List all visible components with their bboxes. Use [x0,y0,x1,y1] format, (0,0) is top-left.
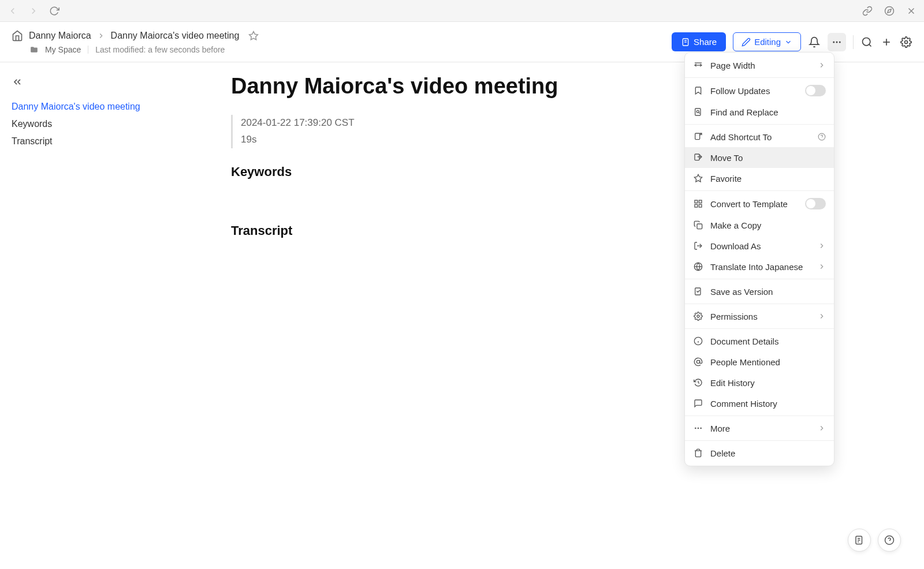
forward-icon[interactable] [28,5,39,17]
separator [685,328,834,329]
menu-download-as[interactable]: Download As [685,235,834,256]
trash-icon [693,448,703,458]
more-button[interactable] [828,33,846,51]
shortcut-icon [693,132,703,142]
svg-point-8 [833,41,834,43]
reload-icon[interactable] [49,5,60,17]
menu-label: Edit History [710,378,826,388]
toc-item[interactable]: Danny Maiorca's video meeting [12,98,196,115]
svg-rect-27 [695,200,698,203]
svg-line-12 [869,44,871,46]
menu-label: Convert to Template [710,199,798,209]
menu-add-shortcut[interactable]: Add Shortcut To [685,126,834,147]
width-icon [693,60,703,70]
toc-item[interactable]: Keywords [12,115,196,133]
home-icon[interactable] [12,30,23,42]
svg-point-9 [836,41,838,43]
separator [685,77,834,78]
svg-rect-21 [695,133,700,140]
separator [685,190,834,191]
menu-page-width[interactable]: Page Width [685,55,834,76]
separator [685,304,834,304]
menu-delete[interactable]: Delete [685,443,834,463]
back-icon[interactable] [7,5,18,17]
bell-icon[interactable] [808,36,821,48]
menu-label: Permissions [710,312,811,321]
duration: 19s [241,132,647,148]
collapse-icon[interactable] [12,76,196,88]
plus-icon[interactable] [880,36,893,48]
menu-make-copy[interactable]: Make a Copy [685,215,834,235]
menu-label: Make a Copy [710,220,826,230]
svg-point-11 [863,38,870,45]
menu-label: Find and Replace [710,107,826,117]
help-float-button[interactable] [878,529,901,552]
search-icon[interactable] [860,36,873,48]
svg-point-10 [839,41,841,43]
gear-icon[interactable] [900,36,912,48]
link-icon[interactable] [862,5,873,17]
menu-find-replace[interactable]: Find and Replace [685,102,834,122]
svg-point-19 [696,110,699,113]
compass-icon[interactable] [884,5,895,17]
float-buttons [848,529,901,552]
svg-rect-30 [699,204,702,207]
menu-more[interactable]: More [685,418,834,439]
menu-doc-details[interactable]: Document Details [685,331,834,351]
menu-follow-updates[interactable]: Follow Updates [685,80,834,102]
menu-label: People Mentioned [710,357,826,367]
toc-item[interactable]: Transcript [12,133,196,150]
star-icon[interactable] [248,31,259,41]
separator [685,279,834,279]
editing-label: Editing [754,37,781,47]
menu-save-version[interactable]: Save as Version [685,281,834,302]
breadcrumb: Danny Maiorca Danny Maiorca's video meet… [12,30,259,42]
menu-translate[interactable]: Translate Into Japanese [685,256,834,277]
svg-point-43 [700,428,702,429]
space-name[interactable]: My Space [45,45,81,54]
menu-permissions[interactable]: Permissions [685,306,834,327]
toggle-switch[interactable] [805,85,826,96]
separator [685,415,834,416]
toc-sidebar: Danny Maiorca's video meeting Keywords T… [0,62,208,569]
menu-favorite[interactable]: Favorite [685,168,834,189]
svg-rect-29 [695,204,698,207]
folder-icon [30,46,38,54]
menu-comment-history[interactable]: Comment History [685,393,834,414]
menu-label: Comment History [710,399,826,409]
chevron-right-icon [97,32,105,40]
section-keywords: Keywords [231,164,647,179]
share-button[interactable]: Share [672,32,726,51]
svg-rect-18 [695,108,701,115]
at-icon [693,357,703,367]
menu-label: Translate Into Japanese [710,262,811,272]
divider [853,35,854,49]
svg-point-40 [696,360,699,363]
menu-label: Download As [710,241,811,251]
star-icon [693,173,703,184]
menu-people-mentioned[interactable]: People Mentioned [685,351,834,372]
chevron-down-icon [784,38,792,46]
svg-marker-26 [694,174,702,182]
menu-convert-template[interactable]: Convert to Template [685,193,834,215]
close-icon[interactable] [906,5,917,17]
chevron-right-icon [818,263,826,271]
svg-point-42 [698,428,699,429]
breadcrumb-parent[interactable]: Danny Maiorca [29,31,91,41]
menu-label: Favorite [710,174,826,184]
divider [88,46,88,54]
editing-button[interactable]: Editing [733,32,801,51]
separator [685,440,834,441]
toc-float-button[interactable] [848,529,871,552]
breadcrumb-current[interactable]: Danny Maiorca's video meeting [111,31,240,41]
menu-edit-history[interactable]: Edit History [685,372,834,393]
svg-rect-35 [695,288,701,295]
chevron-right-icon [818,242,826,250]
toggle-switch[interactable] [805,198,826,209]
chevron-right-icon [818,424,826,432]
save-icon [693,286,703,297]
menu-move-to[interactable]: Move To [685,147,834,168]
svg-point-15 [905,40,908,43]
menu-label: Add Shortcut To [710,132,811,142]
svg-marker-1 [888,9,891,12]
